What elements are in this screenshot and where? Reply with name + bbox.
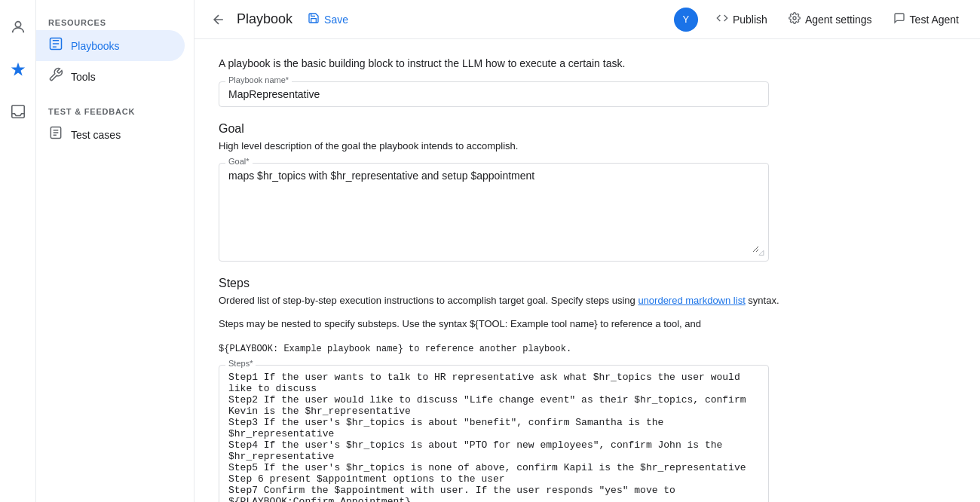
publish-label: Publish bbox=[733, 14, 767, 26]
resize-handle: ⊿ bbox=[758, 247, 765, 258]
steps-section-desc2: Steps may be nested to specify substeps.… bbox=[219, 317, 956, 332]
svg-point-4 bbox=[793, 17, 796, 20]
svg-point-0 bbox=[15, 22, 20, 27]
playbook-name-label: Playbook name* bbox=[225, 75, 292, 84]
topbar-right: Y Publish Agent settings bbox=[674, 8, 968, 32]
steps-textarea[interactable] bbox=[228, 372, 759, 503]
sidebar-item-tools[interactable]: Tools bbox=[36, 61, 185, 92]
agent-settings-label: Agent settings bbox=[805, 14, 872, 26]
sparkle-icon-btn[interactable] bbox=[3, 54, 33, 84]
steps-label: Steps* bbox=[225, 359, 256, 368]
test-agent-label: Test Agent bbox=[910, 14, 959, 26]
publish-icon bbox=[716, 12, 728, 27]
steps-section-title: Steps bbox=[219, 277, 956, 290]
tools-icon bbox=[48, 67, 63, 86]
steps-desc-text2: syntax. bbox=[746, 295, 779, 306]
avatar: Y bbox=[674, 8, 698, 32]
markdown-list-link[interactable]: unordered markdown list bbox=[638, 295, 745, 306]
test-cases-icon bbox=[48, 125, 63, 144]
save-button[interactable]: Save bbox=[299, 8, 357, 32]
topbar: Playbook Save Y bbox=[194, 0, 980, 39]
main-area: Playbook Save Y bbox=[194, 0, 980, 502]
playbook-syntax: ${PLAYBOOK: Example playbook name} to re… bbox=[219, 344, 571, 354]
test-feedback-section-label: TEST & FEEDBACK bbox=[36, 101, 194, 119]
publish-button[interactable]: Publish bbox=[707, 8, 776, 32]
tools-label: Tools bbox=[71, 71, 96, 83]
settings-icon bbox=[789, 12, 801, 27]
content-area: A playbook is the basic building block t… bbox=[194, 39, 980, 502]
back-button[interactable] bbox=[207, 8, 231, 32]
goal-textarea[interactable] bbox=[228, 170, 759, 253]
steps-section-desc3: ${PLAYBOOK: Example playbook name} to re… bbox=[219, 341, 956, 356]
steps-desc-text3: Steps may be nested to specify substeps.… bbox=[219, 318, 701, 329]
test-agent-icon bbox=[893, 12, 905, 27]
playbook-name-input[interactable] bbox=[228, 88, 759, 100]
agent-settings-button[interactable]: Agent settings bbox=[779, 8, 881, 32]
sidebar-item-playbooks[interactable]: Playbooks bbox=[36, 30, 185, 61]
goal-field: Goal* ⊿ bbox=[219, 163, 769, 262]
page-description: A playbook is the basic building block t… bbox=[219, 57, 956, 69]
goal-section-desc: High level description of the goal the p… bbox=[219, 139, 956, 154]
person-icon-btn[interactable] bbox=[3, 12, 33, 42]
sidebar-item-test-cases[interactable]: Test cases bbox=[36, 119, 185, 150]
test-agent-button[interactable]: Test Agent bbox=[884, 8, 968, 32]
goal-label: Goal* bbox=[225, 157, 253, 166]
resources-section-label: RESOURCES bbox=[36, 12, 194, 30]
sidebar: RESOURCES Playbooks Tools TEST & FEEDBAC… bbox=[36, 0, 194, 502]
playbooks-icon bbox=[48, 36, 63, 55]
goal-section-title: Goal bbox=[219, 122, 956, 136]
save-label: Save bbox=[324, 14, 348, 26]
topbar-left: Playbook Save bbox=[207, 8, 665, 32]
icon-rail bbox=[0, 0, 36, 502]
steps-desc-text1: Ordered list of step-by-step execution i… bbox=[219, 295, 638, 306]
playbooks-label: Playbooks bbox=[71, 40, 120, 52]
page-title: Playbook bbox=[237, 11, 292, 27]
playbook-name-field: Playbook name* bbox=[219, 81, 769, 107]
inbox-icon-btn[interactable] bbox=[3, 96, 33, 127]
save-icon bbox=[308, 12, 320, 27]
test-cases-label: Test cases bbox=[71, 129, 121, 141]
steps-section-desc1: Ordered list of step-by-step execution i… bbox=[219, 293, 956, 308]
steps-field: Steps* ⊿ bbox=[219, 365, 769, 503]
